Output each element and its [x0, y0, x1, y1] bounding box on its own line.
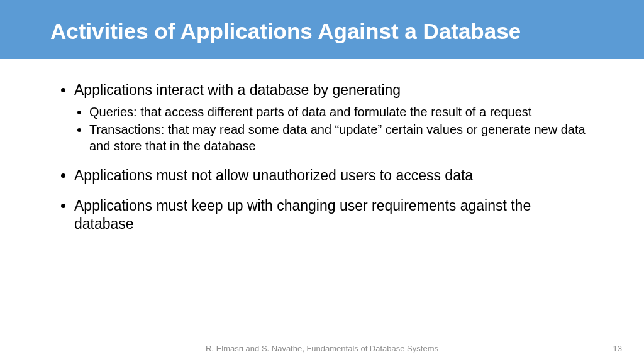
bullet-text: Applications interact with a database by… — [74, 82, 401, 98]
page-number: 13 — [613, 344, 622, 353]
slide-title: Activities of Applications Against a Dat… — [50, 18, 594, 45]
slide-header: Activities of Applications Against a Dat… — [0, 0, 644, 59]
bullet-text: Applications must keep up with changing … — [74, 197, 531, 233]
bullet-item: Applications must not allow unauthorized… — [74, 167, 594, 185]
bullet-text: Applications must not allow unauthorized… — [74, 167, 473, 184]
sub-bullet-item: Queries: that access different parts of … — [89, 104, 594, 120]
sub-bullet-list: Queries: that access different parts of … — [89, 104, 594, 154]
sub-bullet-text: Queries: that access different parts of … — [89, 105, 531, 119]
slide-body: Applications interact with a database by… — [0, 59, 644, 234]
bullet-item: Applications must keep up with changing … — [74, 197, 594, 234]
sub-bullet-text: Transactions: that may read some data an… — [89, 123, 586, 153]
bullet-item: Applications interact with a database by… — [74, 81, 594, 162]
bullet-list: Applications interact with a database by… — [74, 81, 594, 234]
footer-citation: R. Elmasri and S. Navathe, Fundamentals … — [0, 344, 644, 353]
sub-bullet-item: Transactions: that may read some data an… — [89, 121, 594, 154]
